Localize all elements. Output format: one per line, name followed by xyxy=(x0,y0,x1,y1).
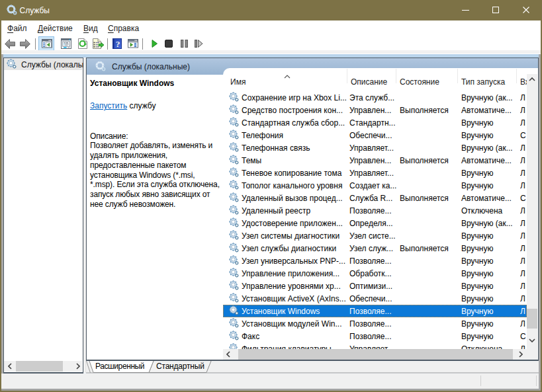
svg-text:?: ? xyxy=(116,39,120,49)
